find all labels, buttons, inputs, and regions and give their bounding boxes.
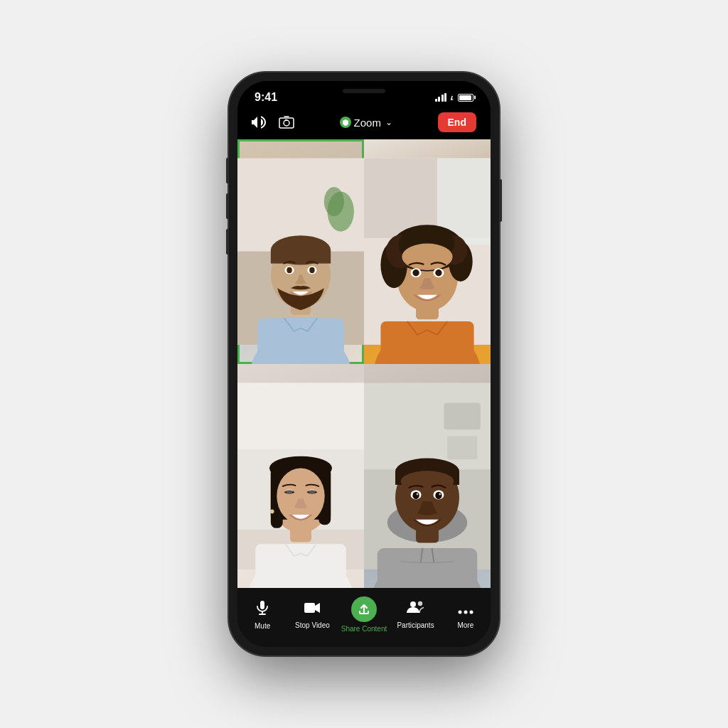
participants-label: Participants: [397, 621, 434, 629]
svg-rect-53: [444, 402, 481, 429]
battery-icon: [458, 94, 473, 102]
svg-point-35: [435, 269, 441, 276]
svg-rect-56: [378, 547, 478, 588]
svg-point-33: [412, 269, 419, 276]
bottom-toolbar: Mute Stop Video Share: [237, 588, 491, 647]
svg-point-64: [412, 491, 419, 498]
svg-point-78: [464, 611, 467, 614]
svg-rect-0: [279, 118, 294, 128]
status-icons: 𝜄: [435, 92, 474, 103]
video-cell-1: [237, 139, 364, 364]
stop-video-button[interactable]: Stop Video: [291, 600, 333, 629]
zoom-label: Zoom: [354, 117, 381, 129]
signal-icon: [435, 93, 447, 102]
mute-button[interactable]: Mute: [241, 599, 284, 630]
svg-point-16: [309, 267, 314, 273]
svg-point-48: [286, 488, 292, 493]
svg-rect-54: [447, 436, 477, 459]
svg-rect-12: [271, 250, 331, 264]
svg-point-77: [458, 611, 461, 614]
participants-icon: [407, 600, 425, 619]
svg-rect-74: [304, 603, 315, 613]
stop-video-label: Stop Video: [295, 621, 330, 629]
wifi-icon: 𝜄: [451, 92, 454, 103]
svg-point-31: [402, 244, 452, 270]
call-toolbar: Zoom ⌄ End: [237, 108, 491, 139]
more-button[interactable]: More: [444, 600, 487, 629]
notch: [321, 81, 407, 101]
svg-point-50: [270, 509, 274, 513]
speaker-button[interactable]: [252, 116, 267, 129]
svg-point-76: [417, 601, 422, 606]
share-content-icon: [351, 596, 377, 622]
zoom-brand[interactable]: Zoom ⌄: [340, 117, 392, 129]
video-cell-4: [364, 364, 491, 589]
svg-rect-71: [260, 601, 264, 609]
share-content-label: Share Content: [341, 625, 387, 633]
stop-video-icon: [304, 600, 321, 619]
svg-point-1: [284, 120, 289, 126]
more-label: More: [457, 621, 473, 629]
phone-screen: 9:41 𝜄: [237, 81, 491, 647]
video-cell-3: [237, 364, 364, 589]
svg-point-14: [287, 267, 291, 273]
share-content-button[interactable]: Share Content: [341, 596, 387, 633]
mute-label: Mute: [255, 622, 270, 630]
svg-point-66: [435, 491, 441, 498]
end-call-button[interactable]: End: [438, 112, 476, 132]
more-icon: [458, 600, 473, 619]
svg-point-68: [439, 493, 441, 495]
toolbar-left-icons: [252, 116, 294, 129]
mute-icon: [255, 599, 270, 619]
status-time: 9:41: [255, 91, 277, 104]
video-grid: [237, 139, 491, 588]
speaker-grille: [343, 89, 385, 93]
svg-point-62: [401, 471, 454, 492]
participants-button[interactable]: Participants: [395, 600, 437, 629]
phone-device: 9:41 𝜄: [229, 73, 499, 655]
video-cell-2: [364, 139, 491, 364]
svg-point-67: [417, 493, 419, 495]
zoom-shield-icon: [340, 117, 351, 128]
svg-point-49: [309, 488, 315, 493]
chevron-down-icon: ⌄: [385, 117, 392, 127]
svg-point-75: [410, 601, 416, 607]
svg-point-79: [469, 611, 473, 614]
svg-point-6: [324, 187, 344, 216]
svg-rect-37: [237, 382, 364, 449]
flip-camera-button[interactable]: [279, 116, 294, 129]
